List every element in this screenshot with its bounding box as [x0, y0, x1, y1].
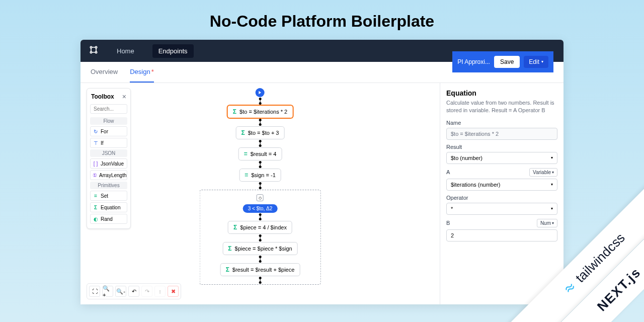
tab-overview[interactable]: Overview — [91, 62, 118, 83]
toolbox-section-primitives: Primitives — [90, 182, 127, 189]
save-button[interactable]: Save — [494, 56, 520, 68]
sigma-icon: Σ — [226, 266, 229, 273]
start-node[interactable] — [256, 88, 265, 97]
zoom-toolbar: ⛶ 🔍+ 🔍- ↶ ↷ ↕ ✖ — [87, 283, 181, 299]
delete-button[interactable]: ✖ — [168, 286, 179, 297]
chevron-down-icon: ▾ — [552, 170, 554, 175]
main-area: Toolbox × Flow ↻For ⊤If JSON [ ]JsonValu… — [80, 83, 564, 304]
chevron-down-icon: ▾ — [551, 206, 553, 211]
field-label-operator: Operator — [446, 195, 557, 201]
zoom-out-button[interactable]: 🔍- — [115, 286, 126, 297]
sigma-icon: Σ — [228, 245, 231, 252]
result-select[interactable]: $to (number)▾ — [446, 152, 557, 164]
canvas[interactable]: Toolbox × Flow ↻For ⊤If JSON [ ]JsonValu… — [80, 83, 440, 304]
toolbox: Toolbox × Flow ↻For ⊤If JSON [ ]JsonValu… — [87, 88, 131, 229]
b-type-select[interactable]: Num▾ — [537, 219, 557, 227]
nav-endpoints[interactable]: Endpoints — [152, 44, 194, 58]
branch-icon: ⊤ — [93, 140, 99, 146]
equals-icon: = — [244, 150, 248, 157]
equals-icon: = — [245, 172, 248, 179]
flow-node[interactable]: =$result = 4 — [238, 147, 282, 160]
equals-icon: = — [93, 193, 99, 199]
connector — [260, 120, 260, 124]
toolbox-item-arraylength[interactable]: ①ArrayLength — [90, 170, 127, 180]
tab-design[interactable]: Design* — [130, 62, 154, 83]
sigma-icon: Σ — [93, 204, 99, 210]
connector — [260, 278, 260, 282]
connector — [260, 184, 260, 188]
panel-title: Equation — [446, 89, 557, 97]
close-icon[interactable]: × — [122, 93, 126, 101]
connector — [260, 141, 260, 145]
svg-point-2 — [90, 51, 92, 53]
name-field[interactable] — [446, 128, 557, 140]
search-input[interactable] — [90, 104, 127, 114]
loop-condition[interactable]: 3 < $to, Δ2 — [243, 204, 278, 213]
flow-node[interactable]: Σ$result = $result + $piece — [220, 263, 300, 276]
operator-select[interactable]: *▾ — [446, 203, 557, 215]
fit-button[interactable]: ⛶ — [89, 286, 100, 297]
flow-node[interactable]: =$sign = -1 — [239, 169, 281, 182]
redo-button[interactable]: ↷ — [141, 286, 152, 297]
app-frame: Home Endpoints Overview Design* PI Appro… — [80, 40, 564, 304]
connector — [260, 163, 260, 167]
field-label-name: Name — [446, 120, 557, 126]
toolbox-title: Toolbox — [91, 93, 114, 100]
tailwind-icon — [561, 280, 578, 296]
logo-icon — [89, 45, 99, 57]
svg-point-0 — [90, 46, 92, 48]
flow-diagram: Σ$to = $iterations * 2 Σ$to = $to + 3 =$… — [200, 88, 321, 285]
flow-node[interactable]: Σ$piece = 4 / $index — [228, 221, 292, 234]
b-field[interactable] — [446, 229, 557, 242]
brackets-icon: [ ] — [93, 160, 99, 167]
flow-node[interactable]: Σ$piece = $piece * $sign — [222, 242, 297, 255]
nav-home[interactable]: Home — [111, 44, 140, 58]
field-label-b: B Num▾ — [446, 219, 557, 227]
flow-node[interactable]: Σ$to = $to + 3 — [236, 126, 285, 139]
connector — [260, 99, 260, 103]
toolbox-item-set[interactable]: =Set — [90, 191, 127, 201]
page-title: No-Code Platform Boilerplate — [0, 0, 644, 40]
connector — [260, 257, 260, 261]
sigma-icon: Σ — [242, 129, 245, 136]
properties-panel: × Equation Calculate value from two numb… — [440, 83, 564, 304]
sigma-icon: Σ — [233, 224, 237, 231]
chevron-down-icon: ▾ — [551, 155, 553, 160]
connector — [260, 215, 260, 219]
loop-anchor-icon[interactable]: ◇ — [257, 194, 264, 201]
toolbox-section-json: JSON — [90, 149, 127, 157]
refresh-icon: ↻ — [93, 128, 99, 134]
chevron-down-icon: ▾ — [552, 221, 554, 225]
props-header: PI Approxi... Save Edit▾ — [452, 51, 553, 72]
rand-icon: ◐ — [93, 216, 99, 222]
svg-point-1 — [95, 46, 97, 48]
a-type-select[interactable]: Variable▾ — [529, 168, 557, 177]
edit-button[interactable]: Edit▾ — [524, 56, 548, 68]
sigma-icon: Σ — [233, 108, 236, 115]
chevron-down-icon: ▾ — [551, 182, 553, 187]
connector — [260, 236, 260, 240]
toolbox-section-flow: Flow — [90, 117, 127, 125]
flow-node[interactable]: Σ$to = $iterations * 2 — [227, 105, 293, 118]
toolbox-item-rand[interactable]: ◐Rand — [90, 214, 127, 224]
svg-point-3 — [95, 51, 97, 53]
toolbox-item-equation[interactable]: ΣEquation — [90, 202, 127, 212]
count-icon: ① — [93, 172, 97, 178]
undo-button[interactable]: ↶ — [128, 286, 139, 297]
toolbox-item-for[interactable]: ↻For — [90, 126, 127, 136]
subnav: Overview Design* PI Approxi... Save Edit… — [80, 62, 564, 83]
toolbox-item-if[interactable]: ⊤If — [90, 138, 127, 148]
unsaved-marker: * — [151, 68, 154, 75]
loop-container[interactable]: ◇ 3 < $to, Δ2 Σ$piece = 4 / $index Σ$pie… — [200, 190, 321, 285]
zoom-in-button[interactable]: 🔍+ — [102, 286, 113, 297]
a-select[interactable]: $iterations (number)▾ — [446, 179, 557, 191]
field-label-result: Result — [446, 144, 557, 150]
field-label-a: A Variable▾ — [446, 168, 557, 177]
props-header-title: PI Approxi... — [457, 58, 490, 65]
toolbox-item-jsonvalue[interactable]: [ ]JsonValue — [90, 158, 127, 169]
move-button[interactable]: ↕ — [154, 286, 166, 297]
chevron-down-icon: ▾ — [541, 59, 543, 64]
panel-description: Calculate value from two numbers. Result… — [446, 99, 557, 115]
